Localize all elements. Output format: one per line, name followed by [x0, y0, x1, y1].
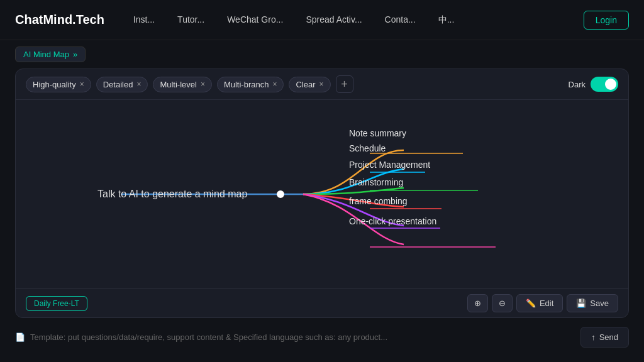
zoom-in-icon: ⊕ — [474, 299, 481, 308]
tag-multilevel-remove[interactable]: × — [201, 80, 205, 89]
breadcrumb-item[interactable]: AI Mind Map » — [15, 47, 86, 62]
save-icon: 💾 — [576, 299, 586, 308]
free-badge: Daily Free-LT — [26, 296, 87, 311]
bottom-bar: Daily Free-LT ⊕ ⊖ ✏️ Edit 💾 Save — [16, 288, 628, 317]
send-button[interactable]: ↑ Send — [580, 327, 629, 348]
header: ChatMind.Tech Inst... Tutor... WeChat Gr… — [0, 0, 644, 40]
branch-frame-combing: frame combing — [349, 190, 436, 212]
branch-one-click: One-click presentation — [349, 210, 436, 233]
tag-multi-level[interactable]: Multi-level × — [153, 77, 212, 92]
template-placeholder: Template: put questions/data/require, su… — [30, 332, 387, 342]
tag-high-quality-remove[interactable]: × — [80, 80, 84, 89]
breadcrumb-arrow: » — [73, 50, 77, 59]
tag-clear[interactable]: Clear × — [289, 77, 330, 92]
tag-high-quality[interactable]: High-quality × — [26, 77, 91, 92]
nav-item-tutorial[interactable]: Tutor... — [169, 11, 213, 30]
template-hint: 📄 Template: put questions/data/require, … — [15, 332, 573, 342]
mindmap-area: Talk to AI to generate a mind map Note s… — [16, 100, 628, 288]
tag-detailed[interactable]: Detailed × — [96, 77, 148, 92]
toolbar: High-quality × Detailed × Multi-level × … — [16, 69, 628, 100]
edit-button[interactable]: ✏️ Edit — [516, 294, 563, 312]
send-icon: ↑ — [591, 332, 596, 342]
zoom-in-button[interactable]: ⊕ — [467, 294, 488, 312]
nav-item-contact[interactable]: Conta... — [376, 11, 425, 30]
tag-detailed-remove[interactable]: × — [136, 80, 141, 89]
tag-multibranch-remove[interactable]: × — [272, 80, 277, 89]
add-tag-button[interactable]: + — [336, 75, 353, 93]
main-card: High-quality × Detailed × Multi-level × … — [15, 69, 629, 318]
mindmap-center-label: Talk to AI to generate a mind map — [97, 189, 247, 200]
breadcrumb-label: AI Mind Map — [23, 50, 69, 59]
toggle-switch[interactable] — [591, 77, 618, 92]
bottom-input-area: 📄 Template: put questions/data/require, … — [0, 318, 644, 356]
nav-item-install[interactable]: Inst... — [125, 11, 164, 30]
zoom-out-button[interactable]: ⊖ — [492, 294, 513, 312]
tag-clear-remove[interactable]: × — [319, 80, 324, 89]
logo: ChatMind.Tech — [15, 13, 104, 27]
branch-labels: Note summary Schedule Project Management… — [349, 156, 436, 233]
dark-mode-toggle[interactable]: Dark — [569, 77, 618, 92]
nav-item-wechat[interactable]: WeChat Gro... — [218, 11, 292, 30]
dark-mode-label: Dark — [569, 80, 586, 89]
nav: Inst... Tutor... WeChat Gro... Spread Ac… — [125, 11, 584, 30]
edit-icon: ✏️ — [526, 299, 536, 308]
mindmap-center-dot — [277, 190, 284, 198]
template-icon: 📄 — [15, 332, 25, 342]
nav-item-spread[interactable]: Spread Activ... — [297, 11, 370, 30]
nav-item-chinese[interactable]: 中... — [430, 11, 464, 30]
send-label: Send — [599, 332, 618, 342]
save-button[interactable]: 💾 Save — [567, 294, 618, 312]
zoom-out-icon: ⊖ — [499, 299, 506, 308]
tag-multi-branch[interactable]: Multi-branch × — [217, 77, 284, 92]
breadcrumb: AI Mind Map » — [0, 40, 644, 69]
login-button[interactable]: Login — [584, 11, 629, 30]
toggle-knob — [605, 79, 616, 90]
